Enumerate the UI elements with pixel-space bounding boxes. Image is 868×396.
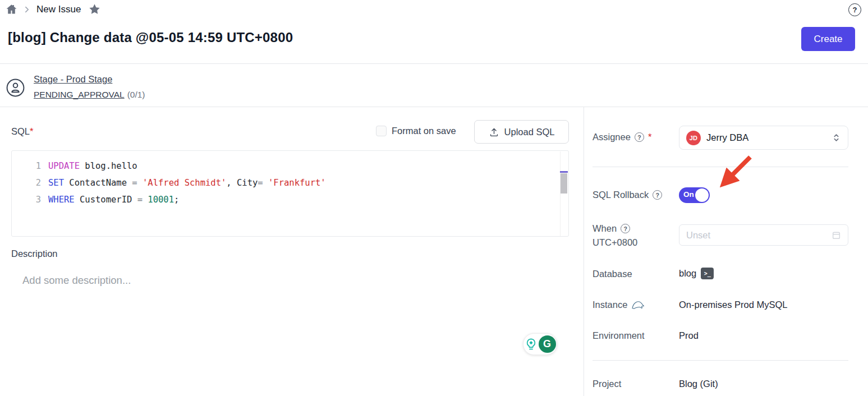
sql-rollback-help-icon[interactable]: ? [653, 190, 662, 200]
lightbulb-icon[interactable] [525, 338, 538, 351]
line-number: 1 [12, 158, 41, 174]
stage-person-icon [6, 78, 25, 98]
grammarly-widget[interactable]: G [523, 333, 557, 355]
help-icon[interactable]: ? [848, 3, 861, 16]
code-line: 3WHERE CustomerID = 10001; [12, 191, 568, 208]
divider [593, 360, 848, 361]
project-value[interactable]: Blog (Git) [679, 379, 718, 389]
environment-label: Environment [593, 330, 645, 341]
breadcrumb: New Issue [6, 3, 100, 15]
code-text: UPDATE blog.hello [41, 158, 137, 174]
database-value-row: blog >_ [679, 268, 714, 279]
breadcrumb-separator-icon [23, 6, 31, 13]
home-icon[interactable] [6, 3, 17, 15]
format-on-save[interactable]: Format on save [376, 126, 456, 136]
when-help-icon[interactable]: ? [621, 224, 630, 233]
sql-rollback-toggle[interactable]: On [679, 187, 710, 203]
sql-rollback-label: SQL Rollback ? [593, 190, 662, 200]
code-line: 1UPDATE blog.hello [12, 158, 568, 174]
page-title: [blog] Change data @05-05 14:59 UTC+0800 [8, 30, 293, 45]
divider [0, 107, 868, 107]
assignee-value: Jerry DBA [706, 132, 826, 143]
description-input[interactable]: Add some description... [22, 274, 131, 287]
sql-editor-lines: 1UPDATE blog.hello2SET ContactName = 'Al… [12, 158, 568, 208]
description-label: Description [11, 248, 58, 259]
stage-status-link[interactable]: PENDING_APPROVAL [34, 90, 125, 99]
sql-editor[interactable]: 1UPDATE blog.hello2SET ContactName = 'Al… [11, 150, 569, 237]
assignee-select[interactable]: JD Jerry DBA [679, 126, 848, 150]
sql-terminal-icon[interactable]: >_ [701, 268, 714, 279]
assignee-help-icon[interactable]: ? [635, 132, 644, 142]
editor-scrollbar-thumb[interactable] [561, 173, 567, 194]
sql-label: SQL* [11, 126, 33, 137]
code-line: 2SET ContactName = 'Alfred Schmidt', Cit… [12, 174, 568, 191]
toggle-knob [695, 188, 709, 202]
environment-value[interactable]: Prod [679, 330, 699, 341]
star-icon[interactable] [89, 3, 100, 15]
line-number: 2 [12, 174, 41, 191]
instance-value[interactable]: On-premises Prod MySQL [679, 300, 787, 310]
new-issue-page: New Issue ? [blog] Change data @05-05 14… [0, 0, 868, 396]
divider [593, 167, 848, 167]
when-placeholder: Unset [686, 230, 832, 241]
when-timezone: UTC+0800 [593, 237, 637, 248]
grammarly-icon[interactable]: G [539, 335, 556, 353]
editor-scroll-decoration [560, 171, 568, 173]
when-label: When ? [593, 223, 630, 234]
upload-sql-button[interactable]: Upload SQL [474, 120, 569, 144]
upload-sql-label: Upload SQL [504, 127, 555, 137]
editor-scrollbar[interactable] [560, 151, 568, 236]
required-mark: * [30, 126, 33, 136]
create-button[interactable]: Create [801, 27, 855, 51]
required-mark: * [648, 132, 651, 142]
instance-label: Instance [593, 300, 645, 310]
line-number: 3 [12, 191, 41, 208]
stage-status-row: PENDING_APPROVAL(0/1) [34, 90, 145, 100]
select-chevrons-icon [832, 133, 841, 142]
database-value[interactable]: blog [679, 268, 696, 279]
format-on-save-checkbox[interactable] [376, 126, 387, 136]
stage-approval-count: (0/1) [127, 90, 145, 99]
assignee-avatar: JD [686, 131, 701, 145]
sidebar-divider [584, 107, 584, 396]
when-date-input[interactable]: Unset [679, 224, 848, 246]
project-label: Project [593, 379, 621, 389]
assignee-label: Assignee ? * [593, 132, 651, 142]
upload-icon [489, 127, 499, 137]
calendar-icon [832, 231, 841, 240]
mysql-icon [631, 300, 645, 310]
format-on-save-label: Format on save [392, 126, 456, 136]
divider [0, 63, 868, 64]
code-text: SET ContactName = 'Alfred Schmidt', City… [41, 174, 326, 191]
stage-link[interactable]: Stage - Prod Stage [34, 74, 112, 85]
breadcrumb-page[interactable]: New Issue [36, 4, 81, 15]
code-text: WHERE CustomerID = 10001; [41, 191, 179, 208]
database-label: Database [593, 269, 632, 279]
toggle-on-label: On [683, 190, 694, 199]
